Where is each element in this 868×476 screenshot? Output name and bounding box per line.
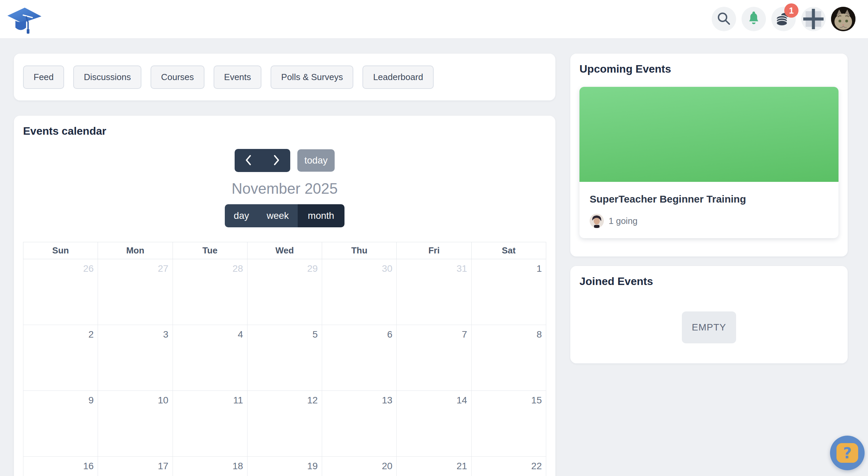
- tab-events[interactable]: Events: [214, 65, 262, 89]
- app-logo[interactable]: [4, 2, 44, 36]
- graduation-cap-icon: [4, 32, 44, 37]
- points-button[interactable]: 1: [771, 7, 796, 31]
- tab-courses[interactable]: Courses: [151, 65, 204, 89]
- calendar-day-cell-29[interactable]: 29: [247, 259, 322, 325]
- cat-avatar-image: [831, 27, 855, 31]
- calendar-day-cell-11[interactable]: 11: [173, 391, 247, 457]
- tab-feed[interactable]: Feed: [23, 65, 64, 89]
- main-content: FeedDiscussionsCoursesEventsPolls & Surv…: [14, 54, 555, 476]
- event-cover-image: [579, 87, 839, 182]
- calendar-day-cell-7[interactable]: 7: [397, 325, 471, 391]
- view-week-button[interactable]: week: [258, 204, 297, 227]
- event-title: SuperTeacher Beginner Training: [590, 193, 828, 205]
- calendar-view-toggle: day week month: [23, 204, 546, 227]
- top-header: 1: [0, 0, 868, 39]
- calendar-day-cell-18[interactable]: 18: [173, 457, 247, 476]
- search-button[interactable]: [712, 7, 736, 31]
- calendar-day-cell-14[interactable]: 14: [397, 391, 471, 457]
- attendee-avatar: [590, 214, 604, 228]
- calendar-day-cell-22[interactable]: 22: [471, 457, 546, 476]
- bell-icon: [746, 11, 762, 27]
- view-toggle-group: day week month: [225, 204, 344, 227]
- calendar-day-cell-9[interactable]: 9: [23, 391, 98, 457]
- next-month-button[interactable]: [262, 149, 290, 172]
- calendar-day-cell-1[interactable]: 1: [471, 259, 546, 325]
- day-header-wed: Wed: [247, 242, 322, 259]
- chevron-right-icon: [273, 154, 280, 167]
- upcoming-events-title: Upcoming Events: [579, 63, 839, 75]
- calendar-day-cell-30[interactable]: 30: [322, 259, 397, 325]
- calendar-day-cell-28[interactable]: 28: [173, 259, 247, 325]
- calendar-day-cell-4[interactable]: 4: [173, 325, 247, 391]
- upcoming-events-card: Upcoming Events SuperTeacher Beginner Tr…: [570, 54, 848, 256]
- header-actions: 1: [712, 7, 855, 31]
- tab-leaderboard[interactable]: Leaderboard: [362, 65, 433, 89]
- calendar-day-cell-20[interactable]: 20: [322, 457, 397, 476]
- event-going-row: 1 going: [590, 214, 828, 228]
- joined-events-title: Joined Events: [579, 275, 839, 288]
- event-card-body: SuperTeacher Beginner Training 1 going: [579, 182, 839, 238]
- events-calendar-card: Events calendar today November 2025 d: [14, 116, 555, 476]
- day-header-sat: Sat: [471, 242, 546, 259]
- calendar-day-cell-15[interactable]: 15: [471, 391, 546, 457]
- calendar-week-row: 9101112131415: [23, 391, 546, 457]
- calendar-day-cell-13[interactable]: 13: [322, 391, 397, 457]
- calendar-day-cell-16[interactable]: 16: [23, 457, 98, 476]
- calendar-day-cell-31[interactable]: 31: [397, 259, 471, 325]
- joined-events-card: Joined Events EMPTY: [570, 266, 848, 363]
- question-mark-icon: ?: [836, 443, 858, 463]
- view-day-button[interactable]: day: [225, 204, 258, 227]
- calendar-day-cell-2[interactable]: 2: [23, 325, 98, 391]
- events-calendar-title: Events calendar: [23, 125, 546, 137]
- prev-month-button[interactable]: [235, 149, 262, 172]
- calendar-week-row: 2627282930311: [23, 259, 546, 325]
- profile-avatar[interactable]: [831, 7, 855, 31]
- calendar-month-title: November 2025: [23, 180, 546, 197]
- plus-grid-icon: [806, 11, 821, 27]
- day-header-mon: Mon: [98, 242, 173, 259]
- add-button[interactable]: [801, 7, 826, 31]
- tab-polls-surveys[interactable]: Polls & Surveys: [271, 65, 353, 89]
- calendar-day-cell-5[interactable]: 5: [247, 325, 322, 391]
- calendar-day-cell-3[interactable]: 3: [98, 325, 173, 391]
- calendar-dayheader-row: SunMonTueWedThuFriSat: [23, 242, 546, 259]
- search-icon: [716, 11, 731, 27]
- calendar-day-cell-12[interactable]: 12: [247, 391, 322, 457]
- calendar-day-cell-10[interactable]: 10: [98, 391, 173, 457]
- calendar-toolbar: today: [23, 149, 546, 172]
- calendar-day-cell-21[interactable]: 21: [397, 457, 471, 476]
- calendar-day-cell-19[interactable]: 19: [247, 457, 322, 476]
- chevron-left-icon: [245, 154, 252, 167]
- tab-discussions[interactable]: Discussions: [73, 65, 141, 89]
- calendar-nav-group: [235, 149, 290, 172]
- event-card-supertreacher-training[interactable]: SuperTeacher Beginner Training 1 going: [579, 87, 839, 238]
- event-going-count: 1 going: [609, 216, 637, 226]
- points-badge: 1: [784, 3, 798, 18]
- joined-events-empty-state: EMPTY: [682, 311, 736, 343]
- view-month-button[interactable]: month: [298, 204, 344, 227]
- today-button[interactable]: today: [297, 149, 335, 172]
- day-header-tue: Tue: [173, 242, 247, 259]
- help-button[interactable]: ?: [830, 436, 865, 470]
- calendar-grid: SunMonTueWedThuFriSat 262728293031123456…: [23, 242, 546, 476]
- calendar-week-row: 2345678: [23, 325, 546, 391]
- day-header-sun: Sun: [23, 242, 98, 259]
- notifications-button[interactable]: [742, 7, 766, 31]
- calendar-day-cell-8[interactable]: 8: [471, 325, 546, 391]
- calendar-week-row: 16171819202122: [23, 457, 546, 476]
- calendar-day-cell-27[interactable]: 27: [98, 259, 173, 325]
- calendar-day-cell-17[interactable]: 17: [98, 457, 173, 476]
- day-header-thu: Thu: [322, 242, 397, 259]
- right-sidebar: Upcoming Events SuperTeacher Beginner Tr…: [570, 54, 848, 363]
- day-header-fri: Fri: [397, 242, 471, 259]
- calendar-day-cell-6[interactable]: 6: [322, 325, 397, 391]
- nav-tabs: FeedDiscussionsCoursesEventsPolls & Surv…: [14, 54, 555, 100]
- calendar-grid-body: 2627282930311234567891011121314151617181…: [23, 259, 546, 476]
- calendar-day-cell-26[interactable]: 26: [23, 259, 98, 325]
